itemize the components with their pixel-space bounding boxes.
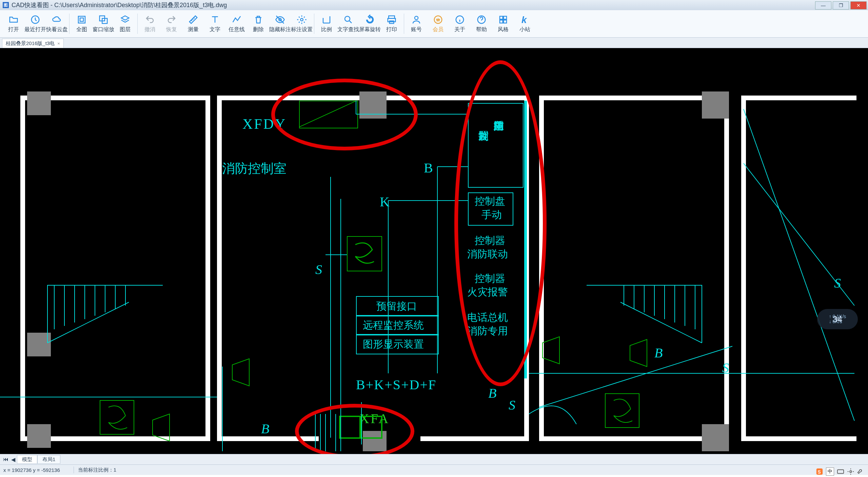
conduit-lines [0,48,868,454]
tab-nav-first[interactable]: ⏮ [2,456,9,462]
maximize-button[interactable]: ❐ [833,1,849,9]
help-button[interactable]: 帮助 [471,15,492,33]
svg-rect-15 [504,16,507,19]
layout-tab-strip: ⏮ ◀ 模型 布局1 [0,454,868,464]
undo-button[interactable]: 撤消 [139,15,161,33]
title-bar: 图 CAD快速看图 - C:\Users\Administrator\Deskt… [0,0,868,10]
svg-point-5 [300,18,303,21]
status-scale: 当前标注比例：1 [74,466,116,473]
style-button[interactable]: 风格 [492,15,514,33]
annotation-ellipse-top [271,79,418,150]
recent-button[interactable]: 最近打开 [24,15,46,33]
main-toolbar: 打开 最近打开 快看云盘 全图 窗口缩放 图层 撤消 恢复 测量 文字 任意线 … [0,10,868,38]
kzhan-button[interactable]: k小站 [514,15,536,33]
open-button[interactable]: 打开 [3,15,24,33]
print-button[interactable]: 打印 [381,15,402,33]
svg-point-10 [415,16,418,20]
model-tab[interactable]: 模型 [17,455,37,464]
svg-rect-1 [78,16,85,23]
full-extent-button[interactable]: 全图 [71,15,93,33]
rotate-button[interactable]: 屏幕旋转 [359,15,381,33]
stairs-left [41,272,170,350]
status-coords: x = 1902736 y = -592136 [3,467,60,473]
svg-rect-16 [500,20,503,23]
polyline-button[interactable]: 任意线 [226,15,248,33]
svg-rect-31 [100,400,134,434]
text-button[interactable]: 文字 [204,15,226,33]
tray-keyboard-icon[interactable] [837,468,844,475]
window-zoom-button[interactable]: 窗口缩放 [93,15,114,33]
cad-canvas[interactable]: XFDY 消防控制室 B K S 预留接口 远程监控系统 图形显示装置 控制装置… [0,48,868,454]
cloud-button[interactable]: 快看云盘 [46,15,68,33]
s-label-right: S [509,397,515,413]
stairs-right [580,272,709,350]
svg-text:k: k [521,15,527,25]
tab-nav-prev[interactable]: ◀ [9,456,17,463]
svg-rect-14 [500,16,503,19]
vip-button[interactable]: 会员 [427,15,449,33]
delete-button[interactable]: 删除 [248,15,269,33]
scale-button[interactable]: 比例 [316,15,337,33]
network-hud[interactable]: 34% ↑ 0.1K/s ↓ 0K/s [817,309,858,329]
tray-sogou-icon[interactable]: S [816,468,823,475]
svg-text:S: S [818,470,821,475]
minimize-button[interactable]: — [815,1,831,9]
title-text: CAD快速看图 - C:\Users\Administrator\Desktop… [12,1,227,9]
svg-rect-17 [504,20,507,23]
svg-point-6 [345,16,350,21]
left-b-label: B [261,421,269,437]
s-right-room: S [722,360,729,376]
document-tab-strip: 桂园叠景2016版_t3电 × [0,38,868,48]
svg-rect-51 [837,470,844,474]
system-tray: S 中 [816,466,868,477]
tray-settings-icon[interactable] [847,468,854,475]
anno-settings-button[interactable]: 标注设置 [291,15,313,33]
svg-rect-32 [605,394,639,428]
document-tab-close-icon[interactable]: × [57,41,60,46]
close-button[interactable]: ✕ [850,1,867,9]
layer-button[interactable]: 图层 [114,15,136,33]
find-text-button[interactable]: 文字查找 [337,15,359,33]
annotation-ellipse-right [454,60,547,386]
tray-ime-label[interactable]: 中 [826,468,834,476]
far-s-label: S [834,275,841,291]
annotation-ellipse-bottom [295,404,414,454]
about-button[interactable]: 关于 [449,15,471,33]
app-icon: 图 [3,2,9,8]
status-bar: x = 1902736 y = -592136 当前标注比例：1 [0,464,868,475]
account-button[interactable]: 账号 [406,15,427,33]
tray-tool-icon[interactable] [857,468,865,475]
redo-button[interactable]: 恢复 [161,15,182,33]
b-label-right: B [488,385,496,401]
measure-button[interactable]: 测量 [182,15,204,33]
hide-anno-button[interactable]: 隐藏标注 [269,15,291,33]
document-tab-label: 桂园叠景2016版_t3电 [6,40,55,47]
document-tab[interactable]: 桂园叠景2016版_t3电 × [2,39,64,48]
svg-point-52 [850,471,852,473]
b-right-room: B [654,345,663,361]
layout1-tab[interactable]: 布局1 [37,455,60,464]
